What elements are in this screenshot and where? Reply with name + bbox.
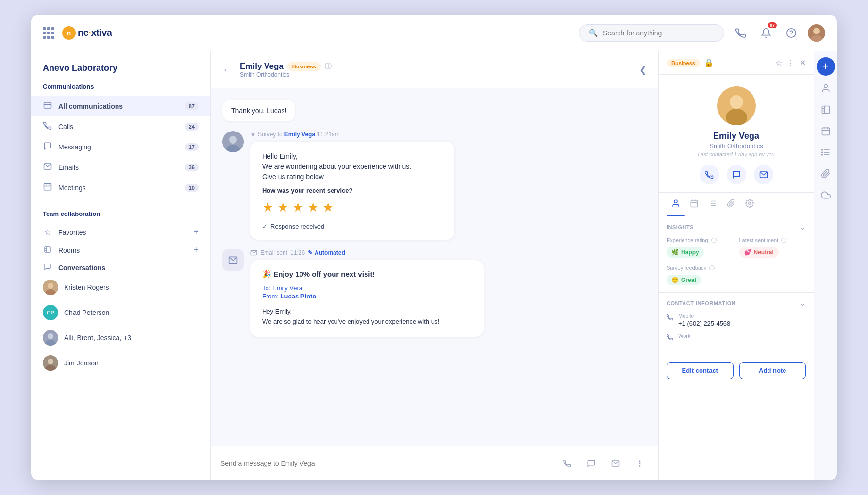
sidebar-item-calls[interactable]: Calls 24 — [31, 116, 210, 137]
calls-label: Calls — [58, 123, 179, 131]
sidebar-item-meetings[interactable]: Meetings 10 — [31, 178, 210, 198]
logo: n ne·xtiva — [62, 26, 112, 40]
back-button[interactable]: ← — [222, 64, 232, 75]
nav-actions: 87 — [732, 24, 825, 42]
survey-message: ★ Survey to Emily Vega 11:21am Hello Emi… — [222, 131, 647, 240]
chat-contact-info: Emily Vega Business ⓘ Smith Orthodontics — [240, 62, 332, 78]
sidebar-item-rooms[interactable]: Rooms + — [31, 241, 210, 259]
star-1: ★ — [262, 200, 273, 215]
apps-icon[interactable] — [43, 27, 54, 39]
tab-attachment[interactable] — [722, 193, 740, 216]
chat-area: ← Emily Vega Business ⓘ Smith Orthodonti… — [211, 51, 658, 480]
cloud-icon-bar-button[interactable] — [817, 186, 835, 204]
attachment-icon-bar-button[interactable] — [817, 165, 835, 182]
help-button[interactable] — [783, 24, 800, 42]
add-note-button[interactable]: Add note — [739, 362, 806, 379]
contact-email-button[interactable] — [754, 165, 773, 184]
email-body-line2: We are so glad to hear you've enjoyed yo… — [262, 317, 472, 327]
building-icon-bar-button[interactable] — [817, 101, 835, 118]
business-tag: Business — [287, 62, 321, 71]
email-content: Email sent 11:26 ✎ Automated 🎉 Enjoy 10%… — [250, 249, 647, 337]
all-comms-badge: 87 — [185, 102, 199, 110]
experience-rating-label: Experience rating ⓘ — [667, 237, 734, 244]
list-icon-bar-button[interactable] — [817, 144, 835, 161]
automated-label: Automated — [315, 249, 345, 256]
latest-sentiment-label: Latest sentiment ⓘ — [739, 237, 806, 244]
chat-action-button[interactable] — [583, 455, 600, 472]
contact-info-label: CONTACT INFORMATION — [667, 300, 735, 306]
right-panel: Business 🔒 ☆ ⋮ ✕ Emily Vega Smith Orthod… — [658, 51, 814, 480]
svg-rect-42 — [822, 106, 829, 114]
email-action-button[interactable] — [607, 455, 624, 472]
mobile-icon — [667, 314, 673, 322]
chat-messages: Thank you, Lucas! ★ Survey to Emily Vega… — [211, 88, 658, 446]
contact-info-icon[interactable]: ⓘ — [325, 62, 332, 71]
svg-point-26 — [639, 463, 640, 464]
sidebar-item-favorites[interactable]: ☆ Favorites + — [31, 223, 210, 241]
edit-contact-button[interactable]: Edit contact — [667, 362, 734, 379]
more-action-icon[interactable]: ⋮ — [787, 58, 795, 67]
notifications-button[interactable]: 87 — [757, 24, 775, 42]
star-action-icon[interactable]: ☆ — [775, 58, 782, 67]
sidebar-item-emails[interactable]: Emails 36 — [31, 157, 210, 178]
conv-chad-peterson[interactable]: CP Chad Peterson — [31, 300, 210, 325]
sidebar-item-all-communications[interactable]: All communications 87 — [31, 96, 210, 116]
user-avatar[interactable] — [808, 24, 825, 42]
conv-kristen-rogers[interactable]: Kristen Rogers — [31, 275, 210, 300]
tab-settings[interactable] — [740, 193, 759, 216]
insights-collapse-icon[interactable]: ⌄ — [800, 223, 806, 231]
right-panel-header: Business 🔒 ☆ ⋮ ✕ — [659, 51, 814, 75]
more-options-button[interactable] — [631, 455, 649, 472]
favorites-label: Favorites — [58, 229, 86, 236]
survey-card: Hello Emily, We are wondering about your… — [250, 142, 454, 240]
survey-line1: Hello Emily, — [262, 151, 443, 162]
sidebar-item-messaging[interactable]: Messaging 17 — [31, 137, 210, 157]
rp-contact-org: Smith Orthodontics — [709, 142, 763, 149]
message-input[interactable] — [220, 460, 551, 467]
email-subject: 🎉 Enjoy 10% off your next visit! — [262, 270, 472, 279]
automated-tag: ✎ Automated — [308, 249, 345, 256]
right-icon-bar: + — [814, 51, 837, 480]
tab-contact[interactable] — [667, 193, 685, 216]
panel-collapse-button[interactable]: ❮ — [639, 65, 647, 75]
phone-nav-button[interactable] — [732, 24, 750, 42]
email-meta: Email sent 11:26 ✎ Automated — [250, 249, 647, 256]
conv-jim-jenson[interactable]: Jim Jenson — [31, 350, 210, 376]
calendar-icon-bar-button[interactable] — [817, 122, 835, 140]
conv-chad-name: Chad Peterson — [64, 309, 109, 316]
messaging-label: Messaging — [58, 143, 179, 151]
contact-info-header: CONTACT INFORMATION ⌄ — [667, 299, 806, 307]
search-input[interactable] — [603, 29, 714, 37]
svg-rect-9 — [45, 247, 50, 252]
svg-point-14 — [48, 333, 53, 339]
add-action-button[interactable]: + — [817, 57, 835, 76]
experience-info-icon[interactable]: ⓘ — [711, 237, 717, 243]
call-action-button[interactable] — [558, 455, 576, 472]
happy-icon: 🌿 — [671, 249, 679, 256]
conv-group[interactable]: Alli, Brent, Jessica, +3 — [31, 325, 210, 350]
sidebar: Anevo Laboratory Communications All comm… — [31, 51, 211, 480]
contacts-icon-bar-button[interactable] — [817, 80, 835, 97]
email-emoji: 🎉 — [262, 270, 271, 278]
email-icon-box — [222, 249, 244, 271]
close-panel-icon[interactable]: ✕ — [800, 58, 806, 67]
org-name: Anevo Laboratory — [31, 63, 210, 83]
add-rooms-button[interactable]: + — [193, 245, 199, 255]
search-bar[interactable]: 🔍 — [579, 24, 724, 42]
to-label: To: — [262, 284, 270, 292]
tab-list[interactable] — [703, 193, 722, 216]
star-2: ★ — [277, 200, 288, 215]
survey-feedback-label: Survey feedback ⓘ — [667, 264, 806, 272]
email-body-line1: Hey Emily, — [262, 307, 472, 317]
tab-calendar[interactable] — [685, 193, 703, 216]
inbox-icon — [43, 101, 52, 112]
email-to: To: Emily Vera — [262, 284, 472, 292]
email-card: 🎉 Enjoy 10% off your next visit! To: Emi… — [250, 260, 484, 337]
svg-point-25 — [639, 461, 640, 462]
contact-call-button[interactable] — [700, 165, 719, 184]
add-favorites-button[interactable]: + — [193, 227, 199, 237]
contact-info-collapse-icon[interactable]: ⌄ — [800, 299, 806, 307]
contact-chat-button[interactable] — [727, 165, 746, 184]
sentiment-info-icon[interactable]: ⓘ — [781, 237, 786, 243]
feedback-info-icon[interactable]: ⓘ — [709, 265, 715, 271]
